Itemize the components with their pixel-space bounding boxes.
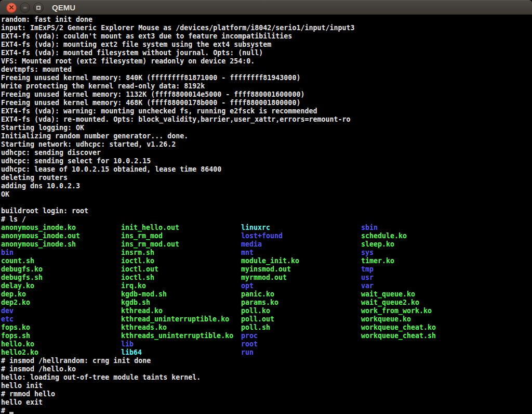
terminal-line: # ls / — [1, 215, 532, 224]
ls-entry-file: ioctl.out — [121, 265, 241, 274]
shell-prompt: # — [1, 407, 9, 414]
terminal-line: EXT4-fs (vda): mounted filesystem withou… — [1, 49, 532, 57]
ls-entry-file: insrm.sh — [121, 249, 241, 257]
minimize-icon: − — [23, 5, 26, 11]
terminal-line: OK — [1, 190, 532, 199]
ls-entry-file: count.sh — [1, 257, 121, 265]
ls-column: sbinschedule.kosleep.kosystimer.kotmpusr… — [361, 224, 436, 357]
ls-entry-dir: var — [361, 282, 436, 290]
ls-entry-file: sleep.ko — [361, 240, 436, 249]
ls-entry-file: ioctl.sh — [121, 274, 241, 282]
ls-entry-file: myrmmod.out — [241, 274, 361, 282]
terminal-line: udhcpc: sending select for 10.0.2.15 — [1, 157, 532, 165]
terminal-line: EXT4-fs (vda): couldn't mount as ext3 du… — [1, 32, 532, 41]
ls-entry-dir: root — [241, 340, 361, 348]
ls-entry-file: params.ko — [241, 299, 361, 307]
ls-column: linuxrclost+foundmediamntmodule_init.kom… — [241, 224, 361, 357]
terminal-line: input: ImExPS/2 Generic Explorer Mouse a… — [1, 24, 532, 32]
ls-entry-file: fops.ko — [1, 324, 121, 332]
ls-entry-file: ins_rm_mod.out — [121, 240, 241, 249]
ls-entry-file: anonymous_inode.out — [1, 232, 121, 240]
terminal-line: Starting logging: OK — [1, 124, 532, 132]
ls-entry-dir: dev — [1, 307, 121, 315]
ls-entry-file: kthread.ko — [121, 307, 241, 315]
ls-entry-file: wait_queue2.ko — [361, 299, 436, 307]
ls-entry-file: ins_rm_mod — [121, 232, 241, 240]
window-title: QEMU — [52, 3, 75, 12]
ls-entry-file: workqueue.ko — [361, 315, 436, 324]
ls-entry-file: ioctl.ko — [121, 257, 241, 265]
minimize-button[interactable]: − — [20, 3, 30, 13]
prompt-line: # — [1, 407, 532, 414]
ls-entry-file: timer.ko — [361, 257, 436, 265]
ls-entry-dir: media — [241, 240, 361, 249]
ls-entry-link: linuxrc — [241, 224, 361, 232]
ls-entry-file: hello2.ko — [1, 348, 121, 357]
terminal-line: Freeing unused kernel memory: 468K (ffff… — [1, 99, 532, 107]
ls-entry-dir: etc — [1, 315, 121, 324]
ls-entry-file: myinsmod.out — [241, 265, 361, 274]
terminal-line: Freeing unused kernel memory: 1132K (fff… — [1, 90, 532, 99]
ls-entry-dir: mnt — [241, 249, 361, 257]
close-button[interactable]: ✕ — [6, 3, 17, 13]
terminal-line: udhcpc: sending discover — [1, 149, 532, 157]
titlebar: ✕ − QEMU — [0, 0, 532, 15]
terminal-line: VFS: Mounted root (ext2 filesystem) read… — [1, 57, 532, 66]
ls-entry-dir: lib — [121, 340, 241, 348]
terminal-line: Freeing unused kernel memory: 840K (ffff… — [1, 74, 532, 82]
shell-log: # insmod /hellrandom: crng init done# in… — [1, 357, 532, 407]
ls-entry-dir: usr — [361, 274, 436, 282]
ls-column: init_hello.outins_rm_modins_rm_mod.outin… — [121, 224, 241, 357]
terminal-line: hello: loading out-of-tree module taints… — [1, 373, 532, 382]
ls-entry-dir: proc — [241, 332, 361, 340]
terminal-line: hello exit — [1, 398, 532, 407]
ls-entry-file: kthreads.ko — [121, 324, 241, 332]
ls-entry-file: module_init.ko — [241, 257, 361, 265]
ls-entry-dir: tmp — [361, 265, 436, 274]
ls-entry-file: poll.out — [241, 315, 361, 324]
terminal-line: deleting routers — [1, 174, 532, 182]
ls-entry-file: workqueue_cheat.sh — [361, 332, 436, 340]
ls-entry-file: delay.ko — [1, 282, 121, 290]
ls-entry-dir: bin — [1, 249, 121, 257]
terminal-line: Initializing random number generator... … — [1, 132, 532, 140]
terminal-line — [1, 199, 532, 207]
text-cursor — [9, 412, 14, 414]
ls-entry-file: init_hello.out — [121, 224, 241, 232]
ls-entry-file: schedule.ko — [361, 232, 436, 240]
ls-entry-file: panic.ko — [241, 290, 361, 299]
ls-entry-dir: sys — [361, 249, 436, 257]
terminal-line: udhcpc: lease of 10.0.2.15 obtained, lea… — [1, 165, 532, 174]
ls-entry-file: irq.ko — [121, 282, 241, 290]
ls-entry-file: anonymous_inode.ko — [1, 224, 121, 232]
qemu-window: ✕ − QEMU random: fast init doneinput: Im… — [0, 0, 532, 414]
ls-entry-file: poll.ko — [241, 307, 361, 315]
ls-entry-file: kthreads_uninterruptible.ko — [121, 332, 241, 340]
boot-log: random: fast init doneinput: ImExPS/2 Ge… — [1, 16, 532, 224]
terminal-line: Starting network: udhcpc: started, v1.26… — [1, 140, 532, 149]
ls-entry-file: wait_queue.ko — [361, 290, 436, 299]
ls-entry-file: poll.sh — [241, 324, 361, 332]
ls-entry-file: kgdb-mod.sh — [121, 290, 241, 299]
terminal-line: Write protecting the kernel read-only da… — [1, 82, 532, 90]
terminal-line: # insmod /hello.ko — [1, 365, 532, 373]
terminal-line: devtmpfs: mounted — [1, 66, 532, 74]
terminal-line: # insmod /hellrandom: crng init done — [1, 357, 532, 365]
ls-entry-file: debugfs.ko — [1, 265, 121, 274]
ls-entry-file: fops.sh — [1, 332, 121, 340]
ls-entry-file: kgdb.sh — [121, 299, 241, 307]
close-icon: ✕ — [9, 4, 15, 11]
ls-entry-dir: run — [241, 348, 361, 357]
terminal-line: buildroot login: root — [1, 207, 532, 215]
ls-entry-file: anonymous_inode.sh — [1, 240, 121, 249]
maximize-button[interactable] — [33, 3, 44, 13]
terminal-screen[interactable]: random: fast init doneinput: ImExPS/2 Ge… — [0, 15, 532, 414]
terminal-line: adding dns 10.0.2.3 — [1, 182, 532, 190]
ls-entry-file: dep2.ko — [1, 299, 121, 307]
ls-entry-dir: lost+found — [241, 232, 361, 240]
terminal-line: EXT4-fs (vda): warning: mounting uncheck… — [1, 107, 532, 115]
ls-entry-file: workqueue_cheat.ko — [361, 324, 436, 332]
ls-entry-file: debugfs.sh — [1, 274, 121, 282]
ls-entry-dir: sbin — [361, 224, 436, 232]
terminal-line: # rmmod hello — [1, 390, 532, 398]
